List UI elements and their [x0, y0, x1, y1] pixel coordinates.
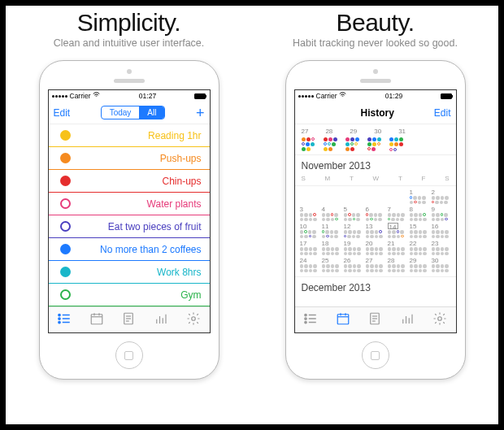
calendar-week: 10111213141516: [300, 223, 451, 238]
calendar-day[interactable]: 7: [388, 206, 407, 221]
carrier-label: Carrier: [316, 92, 337, 100]
tab-stats-icon[interactable]: [154, 311, 168, 329]
calendar-day[interactable]: 8: [410, 206, 429, 221]
calendar-day[interactable]: [366, 189, 385, 204]
calendar-day[interactable]: 21: [388, 240, 407, 255]
home-button[interactable]: [362, 341, 389, 369]
day-dots: [388, 230, 406, 238]
day-dots: [366, 213, 384, 221]
day-number: 17: [300, 240, 319, 246]
tab-list-icon[interactable]: [303, 311, 318, 329]
calendar-day[interactable]: [322, 189, 341, 204]
day-dots: [322, 264, 340, 272]
prev-month-dates: 2728293031: [295, 124, 456, 137]
day-dots: [432, 247, 450, 255]
habit-list: Reading 1hrPush-upsChin-upsWater plantsE…: [49, 124, 210, 306]
calendar-day[interactable]: 12: [344, 223, 363, 238]
day-number: 12: [344, 223, 363, 229]
calendar-day[interactable]: 19: [344, 240, 363, 255]
habit-row[interactable]: Work 8hrs: [49, 261, 210, 284]
edit-button[interactable]: Edit: [434, 107, 451, 119]
day-number: 30: [432, 257, 451, 263]
phone-mock-right: Carrier 01:29 History Edit 2728293031 No…: [285, 60, 466, 380]
svg-point-4: [59, 321, 60, 323]
habit-row[interactable]: Push-ups: [49, 147, 210, 170]
tab-settings-icon[interactable]: [186, 311, 201, 329]
calendar-day[interactable]: 6: [366, 206, 385, 221]
calendar-day[interactable]: 27: [366, 257, 385, 272]
day-dots: [410, 213, 428, 221]
calendar-day[interactable]: 14: [388, 223, 407, 238]
day-number: 29: [410, 257, 429, 263]
tab-notes-icon[interactable]: [367, 311, 382, 329]
habit-dot-icon: [60, 289, 71, 300]
tab-settings-icon[interactable]: [432, 311, 447, 329]
calendar-day[interactable]: 30: [432, 257, 451, 272]
habit-row[interactable]: No more than 2 coffees: [49, 238, 210, 261]
history-day-cell[interactable]: [345, 137, 362, 151]
day-number: 2: [432, 189, 451, 195]
calendar-day[interactable]: 24: [300, 257, 319, 272]
segmented-control[interactable]: Today All: [101, 106, 166, 119]
calendar-day[interactable]: 17: [300, 240, 319, 255]
home-button[interactable]: [115, 341, 143, 369]
calendar-day[interactable]: 13: [366, 223, 385, 238]
calendar-day[interactable]: 16: [432, 223, 451, 238]
history-day-cell[interactable]: [367, 137, 384, 151]
habit-label: Eat two pieces of fruit: [108, 221, 202, 232]
day-number: [322, 189, 341, 195]
calendar-day[interactable]: 9: [432, 206, 451, 221]
calendar-day[interactable]: 10: [300, 223, 319, 238]
calendar-day[interactable]: 25: [322, 257, 341, 272]
calendar-day[interactable]: 18: [322, 240, 341, 255]
calendar-day[interactable]: [344, 189, 363, 204]
calendar-day[interactable]: 23: [432, 240, 451, 255]
battery-icon: [194, 93, 206, 99]
calendar-day[interactable]: 28: [388, 257, 407, 272]
left-column: Simplicity. Clean and intuitive user int…: [11, 9, 247, 424]
history-day-cell[interactable]: [302, 137, 318, 151]
calendar-day[interactable]: 3: [300, 206, 319, 221]
history-day-cell[interactable]: [324, 137, 340, 151]
day-number: 27: [366, 257, 385, 263]
habit-label: No more than 2 coffees: [100, 244, 202, 255]
wifi-icon: [93, 92, 100, 100]
add-button[interactable]: +: [196, 106, 205, 120]
habit-row[interactable]: Chin-ups: [49, 170, 210, 193]
calendar-day[interactable]: 4: [322, 206, 341, 221]
habit-row[interactable]: Water plants: [49, 193, 210, 215]
tab-calendar-icon[interactable]: [336, 311, 350, 329]
calendar-day[interactable]: 22: [410, 240, 429, 255]
tab-list-icon[interactable]: [57, 311, 72, 329]
calendar-day[interactable]: 1: [410, 189, 429, 204]
calendar-week: 3456789: [300, 206, 451, 221]
edit-button[interactable]: Edit: [54, 107, 71, 119]
seg-all[interactable]: All: [139, 106, 164, 119]
history-day-cell[interactable]: [389, 137, 406, 151]
calendar-day[interactable]: [388, 189, 407, 204]
tab-stats-icon[interactable]: [400, 311, 415, 329]
calendar-day[interactable]: [300, 189, 319, 204]
tab-notes-icon[interactable]: [121, 311, 136, 329]
seg-today[interactable]: Today: [102, 106, 140, 119]
day-number: 24: [300, 257, 319, 263]
habit-row[interactable]: Eat two pieces of fruit: [49, 215, 210, 238]
phone-speaker-icon: [114, 79, 145, 83]
calendar-day[interactable]: 11: [322, 223, 341, 238]
dow-label: T: [398, 175, 402, 182]
calendar-day[interactable]: 26: [344, 257, 363, 272]
date-label: 27: [302, 128, 309, 135]
calendar-day[interactable]: 5: [344, 206, 363, 221]
habit-row[interactable]: Reading 1hr: [49, 124, 210, 147]
calendar-day[interactable]: 2: [432, 189, 451, 204]
habit-row[interactable]: Gym: [49, 284, 210, 306]
day-dots: [366, 247, 384, 255]
svg-point-37: [437, 316, 441, 320]
calendar-day[interactable]: 20: [366, 240, 385, 255]
calendar-day[interactable]: 29: [410, 257, 429, 272]
calendar-day[interactable]: 15: [410, 223, 429, 238]
screen-left: Carrier 01:27 Edit Today All: [48, 89, 211, 333]
svg-point-0: [59, 314, 60, 315]
day-dots: [366, 264, 384, 272]
tab-calendar-icon[interactable]: [89, 311, 104, 329]
